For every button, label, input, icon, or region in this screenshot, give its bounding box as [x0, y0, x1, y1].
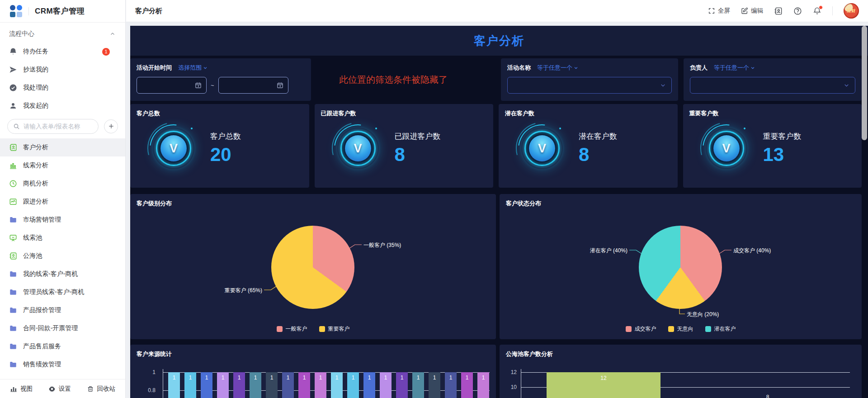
- bar-value-label: 1: [363, 374, 375, 381]
- fullscreen-icon: [708, 7, 715, 14]
- bar[interactable]: 1: [445, 372, 457, 398]
- sidebar-item-followup-analysis[interactable]: 跟进分析: [0, 193, 125, 211]
- activity-condition-link[interactable]: 等于任意一个: [537, 64, 578, 72]
- sidebar-item-started-by-me[interactable]: 我发起的: [0, 97, 125, 115]
- bar[interactable]: 1: [217, 372, 229, 398]
- bar[interactable]: 1: [168, 372, 180, 398]
- pie-callout: 无意向 (20%): [687, 311, 719, 318]
- help-icon: [793, 7, 802, 15]
- sidebar-section-process-center[interactable]: 流程中心: [0, 25, 125, 43]
- chevron-up-icon[interactable]: [110, 31, 115, 37]
- bar[interactable]: 1: [266, 372, 278, 398]
- bar[interactable]: 1: [363, 372, 375, 398]
- sidebar-item-opportunity-analysis[interactable]: 商机分析: [0, 175, 125, 193]
- chart-customer-level-distribution: 客户级别分布 一般客户 (35%) 重要客户 (65%) 一般客户 重要客户: [130, 194, 496, 339]
- calendar-icon: [277, 82, 283, 89]
- bar[interactable]: 1: [429, 372, 440, 398]
- fullscreen-button[interactable]: 全屏: [708, 7, 730, 15]
- footer-item-views[interactable]: 视图: [10, 385, 33, 393]
- sidebar-item-my-leads-customers[interactable]: 我的线索-客户-商机: [0, 265, 125, 283]
- end-date-input[interactable]: [218, 77, 288, 94]
- bar-value-label: 1: [184, 374, 196, 381]
- filter-label: 活动名称: [507, 64, 531, 72]
- bar[interactable]: 1: [461, 372, 473, 398]
- bar[interactable]: 1: [298, 372, 310, 398]
- v-emblem-icon: V: [152, 127, 195, 170]
- filter-label: 负责人: [690, 64, 708, 72]
- bar[interactable]: 1: [412, 372, 424, 398]
- edit-button[interactable]: 编辑: [741, 7, 763, 15]
- divider: [832, 6, 833, 15]
- sidebar-item-label: 管理员线索-客户-商机: [23, 288, 84, 296]
- start-date-input[interactable]: [137, 77, 207, 94]
- add-form-button[interactable]: [104, 119, 118, 133]
- sidebar-item-handled-by-me[interactable]: 我处理的: [0, 79, 125, 97]
- pie-callout: 潜在客户 (40%): [573, 247, 627, 255]
- trash-icon: [87, 385, 94, 393]
- divider: [28, 7, 29, 15]
- bar[interactable]: 1: [331, 372, 343, 398]
- sidebar-item-public-sea-pool[interactable]: 公海池: [0, 247, 125, 265]
- user-avatar[interactable]: 招财: [844, 3, 859, 19]
- bar[interactable]: 1: [380, 372, 392, 398]
- bar[interactable]: 1: [250, 372, 261, 398]
- bar[interactable]: 1: [396, 372, 408, 398]
- footer-item-recycle-bin[interactable]: 回收站: [87, 385, 116, 393]
- sidebar-item-customer-analysis[interactable]: 客户分析: [0, 138, 125, 156]
- legend-item[interactable]: 潜在客户: [705, 325, 736, 333]
- view-chart-icon: [10, 385, 17, 393]
- filter-owner: 负责人 等于任意一个: [684, 58, 862, 101]
- sidebar-item-sales-performance[interactable]: 销售绩效管理: [0, 355, 125, 374]
- bar[interactable]: 1: [477, 372, 489, 398]
- legend-item[interactable]: 重要客户: [319, 325, 350, 333]
- owner-select[interactable]: [690, 77, 855, 94]
- legend-item[interactable]: 成交客户: [626, 325, 656, 333]
- bar[interactable]: 1: [315, 372, 326, 398]
- stat-value: 20: [210, 145, 241, 164]
- bar-public-pool[interactable]: 12: [547, 372, 660, 398]
- bar-series: 11111111111111111111: [168, 372, 489, 398]
- sidebar-item-lead-pool[interactable]: 线索池: [0, 229, 125, 247]
- sidebar-item-admin-leads-customers[interactable]: 管理员线索-客户-商机: [0, 283, 125, 301]
- bar[interactable]: 1: [233, 372, 245, 398]
- stat-card-potential-customers: 潜在客户数 V 潜在客户数 8: [499, 104, 678, 188]
- sidebar-item-lead-analysis[interactable]: 线索分析: [0, 156, 125, 175]
- date-range-link[interactable]: 选择范围: [178, 64, 208, 72]
- sidebar-item-todo-tasks[interactable]: 待办任务 1: [0, 43, 125, 61]
- stats-row: 客户总数 V 客户总数 20 已跟进客户数 V 已跟进客户数 8: [130, 104, 862, 188]
- gear-icon: [48, 385, 56, 393]
- sidebar-item-marketing-management[interactable]: 市场营销管理: [0, 211, 125, 229]
- contact-book-button[interactable]: [774, 7, 783, 15]
- bar-value-label: 1: [396, 374, 408, 381]
- bar-value-label: 1: [168, 374, 180, 381]
- sidebar-item-label: 产品报价管理: [23, 306, 61, 314]
- sidebar-item-contract-invoice[interactable]: 合同-回款-开票管理: [0, 319, 125, 337]
- bar[interactable]: 1: [201, 372, 212, 398]
- v-emblem-icon: V: [705, 127, 748, 170]
- bar-value-label: 1: [477, 374, 489, 381]
- owner-condition-link[interactable]: 等于任意一个: [714, 64, 755, 72]
- legend-item[interactable]: 一般客户: [277, 325, 307, 333]
- help-button[interactable]: [793, 7, 802, 15]
- footer-item-label: 设置: [59, 385, 71, 393]
- bar[interactable]: 1: [184, 372, 196, 398]
- bar-value-label: 1: [250, 374, 261, 381]
- notifications-button[interactable]: [813, 7, 821, 15]
- bar-charts-row: 客户来源统计 1 0.8 11111111111111111111 公海池客户数…: [130, 345, 862, 398]
- section-label: 流程中心: [9, 30, 34, 38]
- scrollbar-thumb[interactable]: [862, 26, 867, 140]
- form-search-input[interactable]: [24, 123, 93, 130]
- footer-item-settings[interactable]: 设置: [48, 385, 71, 393]
- stat-label: 已跟进客户数: [395, 131, 441, 142]
- sidebar-item-after-sales[interactable]: 产品售后服务: [0, 337, 125, 355]
- bar[interactable]: 1: [282, 372, 294, 398]
- bell-icon: [9, 47, 17, 56]
- bar[interactable]: 1: [347, 372, 359, 398]
- bar-value-label: 1: [298, 374, 310, 381]
- activity-name-select[interactable]: [507, 77, 672, 94]
- legend-item[interactable]: 无意向: [668, 325, 693, 333]
- sidebar-item-cc-to-me[interactable]: 抄送我的: [0, 61, 125, 79]
- v-emblem-icon: V: [336, 127, 380, 170]
- sidebar-item-product-quotation[interactable]: 产品报价管理: [0, 301, 125, 319]
- form-search-box[interactable]: [7, 119, 99, 134]
